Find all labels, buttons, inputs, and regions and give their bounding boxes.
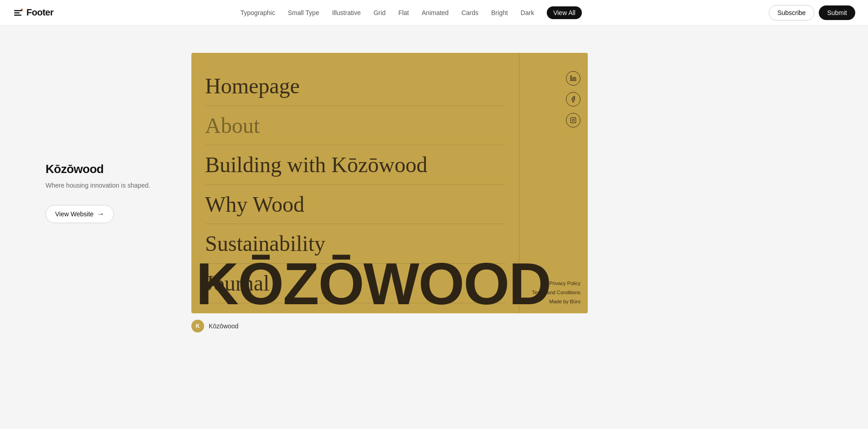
footer-preview: Homepage About Building with Kōzōwood Wh…: [191, 53, 588, 313]
site-subtitle: Where housing innovation is shaped.: [46, 181, 164, 190]
nav-animated[interactable]: Animated: [422, 9, 449, 16]
instagram-icon[interactable]: [566, 113, 580, 128]
caption-icon-letter: K: [196, 323, 200, 329]
svg-rect-6: [570, 117, 576, 123]
nav-grid[interactable]: Grid: [374, 9, 385, 16]
svg-point-3: [21, 9, 23, 10]
footer-nav-homepage[interactable]: Homepage: [205, 66, 505, 106]
facebook-icon[interactable]: [566, 92, 580, 107]
linkedin-icon[interactable]: [566, 71, 580, 86]
main-content: Kōzōwood Where housing innovation is sha…: [0, 26, 868, 429]
site-title: Kōzōwood: [46, 162, 164, 176]
svg-rect-2: [14, 15, 21, 16]
nav-cards[interactable]: Cards: [462, 9, 478, 16]
nav-view-all[interactable]: View All: [547, 6, 582, 19]
footer-brand-large: KŌZŌWOOD: [191, 254, 588, 313]
header-actions: Subscribe Submit: [769, 5, 855, 20]
header: Footer Typographic Small Type Illustrati…: [0, 0, 868, 26]
logo-icon: [13, 7, 24, 18]
caption-text: Kōzōwood: [209, 322, 238, 330]
preview-card: Homepage About Building with Kōzōwood Wh…: [191, 53, 588, 332]
nav-small-type[interactable]: Small Type: [288, 9, 319, 16]
footer-nav-about[interactable]: About: [205, 106, 505, 146]
footer-nav-building[interactable]: Building with Kōzōwood: [205, 145, 505, 185]
main-nav: Typographic Small Type Illustrative Grid…: [240, 6, 582, 19]
nav-dark[interactable]: Dark: [521, 9, 534, 16]
left-panel: Kōzōwood Where housing innovation is sha…: [46, 53, 164, 223]
nav-typographic[interactable]: Typographic: [240, 9, 275, 16]
nav-illustrative[interactable]: Illustrative: [332, 9, 361, 16]
svg-rect-1: [14, 12, 20, 14]
svg-rect-4: [570, 77, 571, 81]
nav-bright[interactable]: Bright: [491, 9, 508, 16]
arrow-right-icon: →: [97, 210, 104, 218]
logo[interactable]: Footer: [13, 7, 53, 18]
view-website-label: View Website: [55, 210, 93, 218]
logo-text: Footer: [26, 7, 53, 18]
submit-button[interactable]: Submit: [819, 5, 855, 20]
social-icons: [527, 62, 580, 189]
preview-caption: K Kōzōwood: [191, 320, 588, 332]
svg-point-5: [570, 76, 571, 77]
view-website-button[interactable]: View Website →: [46, 205, 114, 223]
subscribe-button[interactable]: Subscribe: [769, 5, 814, 20]
nav-flat[interactable]: Flat: [398, 9, 409, 16]
footer-nav-why-wood[interactable]: Why Wood: [205, 185, 505, 225]
svg-rect-0: [14, 10, 22, 11]
caption-icon: K: [191, 320, 204, 332]
